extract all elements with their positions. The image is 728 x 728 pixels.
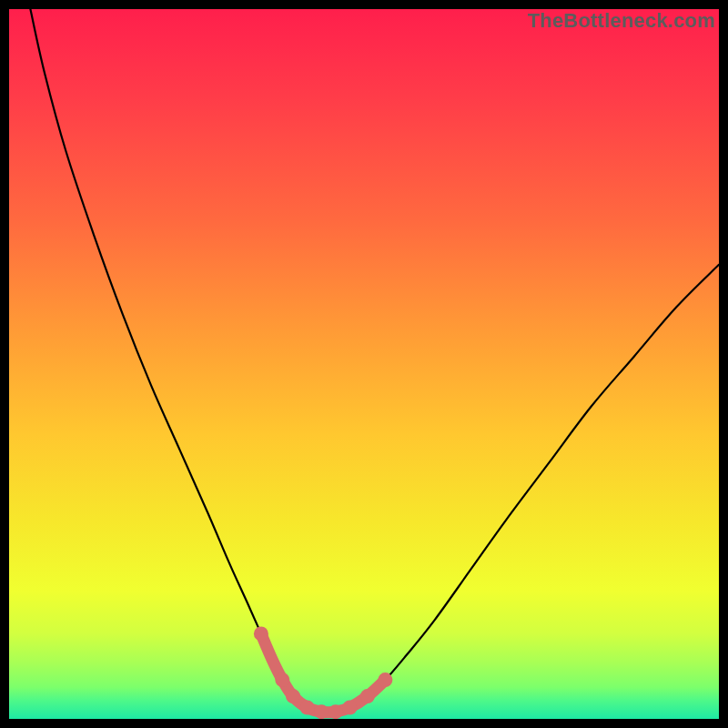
bottleneck-curve	[30, 9, 719, 713]
highlight-dot	[329, 704, 343, 719]
plot-area	[9, 9, 719, 719]
highlight-dot	[275, 672, 289, 687]
highlight-dot	[360, 689, 375, 703]
highlight-dot	[300, 701, 315, 715]
highlight-dot	[342, 701, 357, 715]
curve-overlay	[9, 9, 719, 719]
highlight-dot	[314, 704, 329, 719]
highlight-dot	[286, 689, 300, 703]
chart-frame: TheBottleneck.com	[0, 0, 728, 728]
highlight-dot	[378, 672, 392, 687]
watermark-text: TheBottleneck.com	[528, 9, 715, 33]
highlight-dot	[254, 626, 268, 641]
